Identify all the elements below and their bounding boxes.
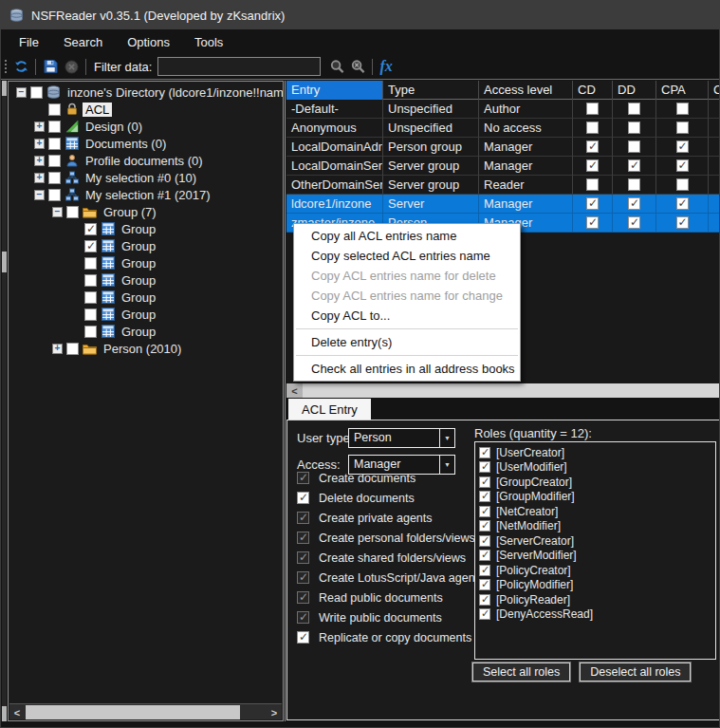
- expander-icon[interactable]: −: [16, 87, 27, 98]
- table-checkbox[interactable]: [628, 103, 640, 115]
- tree-vertical-scrollbar[interactable]: [2, 81, 7, 721]
- menu-item-tools[interactable]: Tools: [182, 31, 235, 53]
- context-menu-item[interactable]: Copy selected ACL entries name: [294, 246, 520, 266]
- filter-input[interactable]: [157, 57, 321, 76]
- role-checkbox[interactable]: [479, 565, 490, 576]
- context-menu-item[interactable]: Delete entry(s): [294, 332, 520, 352]
- expander-icon[interactable]: −: [52, 207, 63, 217]
- role-checkbox[interactable]: [479, 476, 490, 488]
- save-button[interactable]: [40, 56, 61, 77]
- user-type-select[interactable]: Person ▼: [348, 428, 455, 448]
- tree-item[interactable]: − My selection #1 (2017): [9, 186, 283, 203]
- tree-item[interactable]: ACL: [9, 101, 283, 118]
- permission-checkbox[interactable]: [297, 492, 309, 504]
- tab-acl-entry[interactable]: ACL Entry: [288, 399, 371, 420]
- column-header-type[interactable]: Type: [383, 81, 479, 100]
- table-checkbox[interactable]: [586, 197, 599, 210]
- role-checkbox[interactable]: [479, 594, 490, 606]
- expander-icon[interactable]: +: [34, 121, 45, 132]
- context-menu-item[interactable]: Check all entries in all address books: [294, 359, 520, 379]
- refresh-button[interactable]: [10, 56, 31, 77]
- table-checkbox[interactable]: [628, 178, 640, 191]
- table-row[interactable]: ldcore1/inzoneServerManager: [286, 195, 720, 214]
- tree-checkbox[interactable]: [84, 257, 97, 270]
- tree-item[interactable]: Group: [9, 289, 283, 306]
- table-checkbox[interactable]: [586, 178, 599, 191]
- scroll-thumb[interactable]: [2, 252, 7, 272]
- table-checkbox[interactable]: [586, 216, 599, 229]
- table-checkbox[interactable]: [628, 159, 640, 172]
- tree-checkbox[interactable]: [48, 138, 61, 150]
- table-checkbox[interactable]: [676, 140, 689, 153]
- column-header-dd[interactable]: DD: [613, 81, 656, 100]
- table-checkbox[interactable]: [586, 103, 599, 115]
- deselect-all-roles-button[interactable]: Deselect all roles: [580, 663, 691, 681]
- tree-checkbox[interactable]: [48, 155, 61, 167]
- column-header-access-level[interactable]: Access level: [479, 81, 573, 100]
- tree-checkbox[interactable]: [48, 172, 61, 184]
- expander-icon[interactable]: +: [34, 173, 45, 183]
- role-checkbox[interactable]: [479, 520, 490, 532]
- tree-item[interactable]: − Group (7): [9, 203, 283, 220]
- table-checkbox[interactable]: [628, 121, 640, 134]
- table-checkbox[interactable]: [586, 140, 599, 153]
- menu-item-options[interactable]: Options: [115, 31, 182, 53]
- tree-horizontal-scrollbar[interactable]: < >: [9, 703, 282, 719]
- tree-checkbox[interactable]: [66, 206, 79, 218]
- tree-item[interactable]: Group: [9, 306, 283, 323]
- expander-icon[interactable]: +: [52, 344, 63, 354]
- tree-item[interactable]: + Design (0): [9, 118, 283, 135]
- table-checkbox[interactable]: [628, 140, 640, 153]
- role-checkbox[interactable]: [479, 491, 490, 502]
- table-checkbox[interactable]: [676, 121, 689, 134]
- table-row[interactable]: -Default-UnspecifiedAuthor: [286, 100, 720, 119]
- scroll-thumb[interactable]: [303, 383, 720, 398]
- tree-item[interactable]: − inzone's Directory (ldcore1/inzone!!na…: [9, 84, 283, 101]
- tree-checkbox[interactable]: [48, 103, 61, 116]
- menu-item-search[interactable]: Search: [51, 31, 115, 53]
- tree-item[interactable]: Group: [9, 220, 283, 237]
- tree-checkbox[interactable]: [48, 189, 61, 201]
- scroll-left-arrow[interactable]: <: [9, 705, 25, 719]
- scroll-down-arrow[interactable]: [2, 706, 7, 721]
- tree-item[interactable]: + My selection #0 (10): [9, 169, 283, 186]
- table-row[interactable]: OtherDomainSer...Server groupReader: [286, 176, 720, 195]
- expander-icon[interactable]: +: [34, 139, 45, 149]
- column-header-entry[interactable]: Entry: [286, 81, 383, 100]
- table-checkbox[interactable]: [676, 216, 689, 229]
- role-checkbox[interactable]: [479, 579, 490, 590]
- expander-icon[interactable]: +: [34, 156, 45, 166]
- tree-checkbox[interactable]: [66, 343, 79, 355]
- table-checkbox[interactable]: [628, 197, 640, 210]
- scroll-up-arrow[interactable]: [2, 81, 7, 96]
- table-row[interactable]: LocalDomainAdm...Person groupManager: [286, 138, 720, 157]
- context-menu-item[interactable]: Copy ACL to...: [294, 306, 520, 326]
- table-checkbox[interactable]: [586, 121, 599, 134]
- tree-checkbox[interactable]: [48, 121, 61, 133]
- table-checkbox[interactable]: [676, 159, 689, 172]
- table-row[interactable]: AnonymousUnspecifiedNo access: [286, 119, 720, 138]
- role-checkbox[interactable]: [479, 608, 490, 620]
- tree-checkbox[interactable]: [30, 86, 43, 99]
- role-checkbox[interactable]: [479, 447, 490, 458]
- tree-checkbox[interactable]: [84, 223, 97, 235]
- table-checkbox[interactable]: [676, 178, 689, 191]
- scroll-left-arrow[interactable]: <: [286, 383, 303, 398]
- role-checkbox[interactable]: [479, 535, 490, 547]
- tree-checkbox[interactable]: [84, 240, 97, 252]
- tree-item[interactable]: + Documents (0): [9, 135, 283, 152]
- chevron-down-icon[interactable]: ▼: [439, 429, 454, 447]
- tree-item[interactable]: Group: [9, 323, 283, 340]
- tree-checkbox[interactable]: [84, 308, 97, 321]
- role-checkbox[interactable]: [479, 506, 490, 517]
- scroll-thumb[interactable]: [26, 705, 240, 719]
- table-checkbox[interactable]: [586, 159, 599, 172]
- table-horizontal-scrollbar[interactable]: <: [286, 383, 720, 398]
- tree-checkbox[interactable]: [84, 326, 97, 338]
- table-checkbox[interactable]: [676, 197, 689, 210]
- role-checkbox[interactable]: [479, 550, 490, 561]
- toolbar-grip[interactable]: [3, 58, 8, 75]
- select-all-roles-button[interactable]: Select all roles: [472, 663, 570, 681]
- menu-item-file[interactable]: File: [7, 31, 51, 53]
- tree-item[interactable]: Group: [9, 271, 283, 289]
